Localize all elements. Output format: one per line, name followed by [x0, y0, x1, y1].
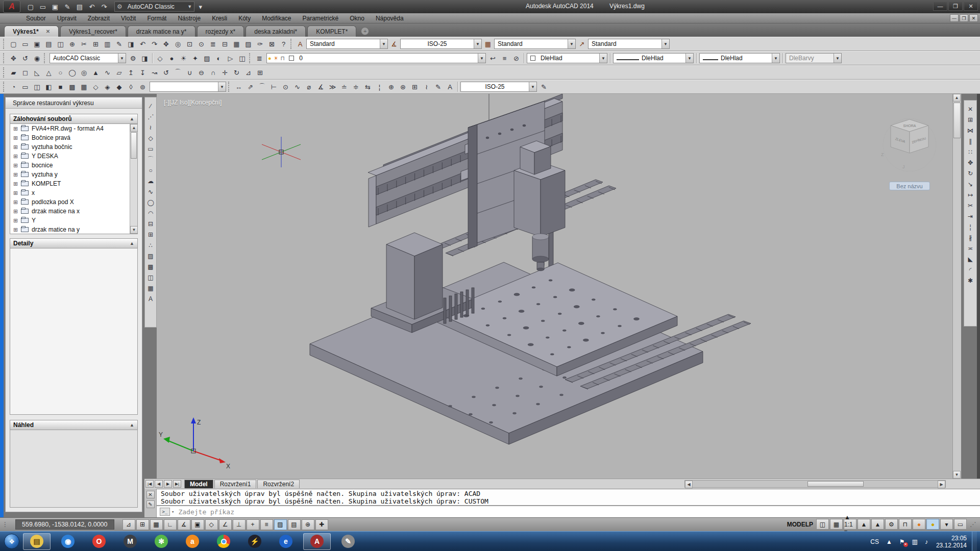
dynamic-input-icon[interactable]: +: [247, 519, 259, 530]
dim-linear-icon[interactable]: ↔: [233, 81, 244, 92]
named-view-select[interactable]: ▼: [150, 82, 226, 92]
layout-tab-rozvržení2[interactable]: Rozvržení2: [257, 480, 300, 488]
close-command-window-icon[interactable]: ✕: [146, 491, 155, 498]
layer-freeze-sun-icon[interactable]: ☀: [274, 55, 279, 62]
toolbar-grip[interactable]: [3, 82, 6, 92]
tree-item[interactable]: ⊞podlozka pod X: [10, 197, 137, 207]
maximize-button-icon[interactable]: ❐: [960, 14, 968, 22]
layer-properties-icon[interactable]: ≣: [254, 53, 265, 64]
intersect-icon[interactable]: ∩: [207, 67, 219, 78]
lineweight-display-icon[interactable]: ≡: [260, 519, 273, 530]
dim-break-icon[interactable]: ¦: [374, 81, 385, 92]
annotation-monitor-icon[interactable]: ✚: [315, 519, 328, 530]
menu-soubor[interactable]: Soubor: [20, 13, 52, 23]
command-prompt-text[interactable]: Zadejte příkaz: [178, 508, 234, 516]
pan-icon[interactable]: ✥: [8, 53, 19, 64]
vs-wireframe-icon[interactable]: ◫: [31, 81, 43, 92]
zoom-window-icon[interactable]: ⊡: [184, 38, 195, 49]
workspace-switching-icon[interactable]: ⚙: [885, 519, 898, 530]
close-button-icon[interactable]: ✕: [969, 14, 978, 22]
dim-angular-icon[interactable]: ∡: [315, 81, 327, 92]
opera-browser[interactable]: O: [85, 533, 113, 550]
layer-isolate-icon[interactable]: ⊘: [510, 53, 522, 64]
save-icon[interactable]: ▣: [50, 2, 61, 12]
close-button-icon[interactable]: ✕: [964, 2, 978, 11]
winamp[interactable]: ⚡: [241, 533, 268, 550]
customize-command-icon[interactable]: ✎: [146, 500, 155, 508]
layer-select[interactable]: ● ☀ ⊓ 0▼: [266, 53, 486, 63]
sweep-icon[interactable]: ↝: [149, 67, 160, 78]
viewport-vscrollbar[interactable]: ▲ ▼: [952, 94, 961, 479]
tree-item[interactable]: ⊞vyztuha bočnic: [10, 142, 137, 152]
match-properties-icon[interactable]: ✎: [113, 38, 125, 49]
break-at-point-icon[interactable]: ¦: [965, 221, 976, 232]
toolbar-grip[interactable]: [249, 53, 252, 63]
view-se-iso-icon[interactable]: ◈: [102, 81, 113, 92]
copy-icon[interactable]: ⊞: [965, 114, 976, 125]
hide-icon[interactable]: ◇: [154, 53, 166, 64]
material-mapping-icon[interactable]: ◐: [213, 53, 225, 64]
layer-states-icon[interactable]: ≡: [499, 53, 510, 64]
scroll-left-icon[interactable]: ◀: [685, 481, 693, 488]
linetype-select[interactable]: DleHlad▼: [613, 53, 694, 63]
object-snap-tracking-icon[interactable]: ∠: [219, 519, 232, 530]
vs-2d-wireframe-icon[interactable]: ▭: [19, 81, 31, 92]
menu-k-ty[interactable]: Kóty: [233, 13, 256, 23]
scrollbar-thumb[interactable]: [953, 103, 961, 138]
view-ne-iso-icon[interactable]: ◆: [113, 81, 125, 92]
grid-display-icon[interactable]: ▦: [150, 519, 163, 530]
clean-screen-icon[interactable]: ▭: [954, 519, 967, 530]
performance-tuner-icon[interactable]: ●: [913, 519, 925, 530]
materials-icon[interactable]: ▨: [201, 53, 213, 64]
menu-n-pov-da[interactable]: Nápověda: [370, 13, 409, 23]
render-window-icon[interactable]: ◫: [236, 53, 248, 64]
media-app[interactable]: M: [116, 533, 144, 550]
extrude-icon[interactable]: ↥: [125, 67, 137, 78]
publish-icon[interactable]: ⊕: [66, 38, 78, 49]
tree-item[interactable]: ⊞bocnice: [10, 161, 137, 170]
layer-color-swatch[interactable]: [289, 56, 294, 61]
pyramid-icon[interactable]: ▲: [90, 67, 102, 78]
vs-realistic-icon[interactable]: ■: [55, 81, 66, 92]
details-header[interactable]: Detaily▲: [10, 238, 138, 248]
dim-arc-length-icon[interactable]: ⌒: [256, 81, 268, 92]
tolerance-icon[interactable]: ⊕: [385, 81, 397, 92]
lineweight-select[interactable]: DleHlad▼: [699, 53, 780, 63]
construction-line-icon[interactable]: ⋰: [145, 111, 156, 122]
undo-icon[interactable]: ↶: [137, 38, 149, 49]
quick-calc-icon[interactable]: ⊠: [266, 38, 278, 49]
render-presets-icon[interactable]: ◔: [8, 81, 19, 92]
open-file-icon[interactable]: ▭: [37, 2, 48, 12]
layer-lock-icon[interactable]: ⊓: [281, 55, 285, 62]
minimize-button-icon[interactable]: —: [933, 2, 947, 11]
menu-okno[interactable]: Okno: [344, 13, 370, 23]
rotate-icon[interactable]: ↻: [965, 168, 976, 179]
viewport-controls-label[interactable]: [-][JZ Iso][Koncepční]: [164, 99, 222, 106]
tool-palettes-icon[interactable]: ▦: [231, 38, 242, 49]
block-editor-icon[interactable]: ◨: [125, 38, 137, 49]
app-blue-circle[interactable]: ◉: [54, 533, 82, 550]
mirror-icon[interactable]: ⋈: [965, 125, 976, 136]
selection-cycling-icon[interactable]: ⊕: [302, 519, 314, 530]
collapse-icon[interactable]: ▲: [130, 422, 134, 428]
expand-icon[interactable]: ⊞: [13, 163, 19, 168]
render-gallery-icon[interactable]: ⊚: [137, 81, 149, 92]
menu-parametrick-[interactable]: Parametrické: [297, 13, 345, 23]
menu-upravit[interactable]: Upravit: [52, 13, 82, 23]
workspace-save-icon[interactable]: ◨: [139, 53, 151, 64]
extend-icon[interactable]: ⇥: [965, 211, 976, 221]
qat-workspace-select[interactable]: ⚙ AutoCAD Classic ▼: [114, 2, 194, 12]
dim-ordinate-icon[interactable]: ⊢: [268, 81, 280, 92]
dim-edit-icon[interactable]: ✎: [432, 81, 444, 92]
undo-icon[interactable]: ↶: [86, 2, 97, 12]
maximize-button-icon[interactable]: ❐: [948, 2, 963, 11]
workspace-select[interactable]: AutoCAD Classic▼: [50, 53, 126, 63]
box-icon[interactable]: ◻: [19, 67, 31, 78]
insert-block-icon[interactable]: ⊟: [145, 218, 156, 229]
chamfer-icon[interactable]: ◣: [965, 254, 976, 264]
coordinates-readout[interactable]: 559.6980, -1538.0142, 0.0000: [15, 519, 114, 530]
steering-wheel-icon[interactable]: ◉: [31, 53, 43, 64]
spline-icon[interactable]: ∿: [145, 186, 156, 197]
dim-style-combo[interactable]: ISO-25▼: [460, 82, 537, 92]
polysolid-icon[interactable]: ▰: [8, 67, 19, 78]
